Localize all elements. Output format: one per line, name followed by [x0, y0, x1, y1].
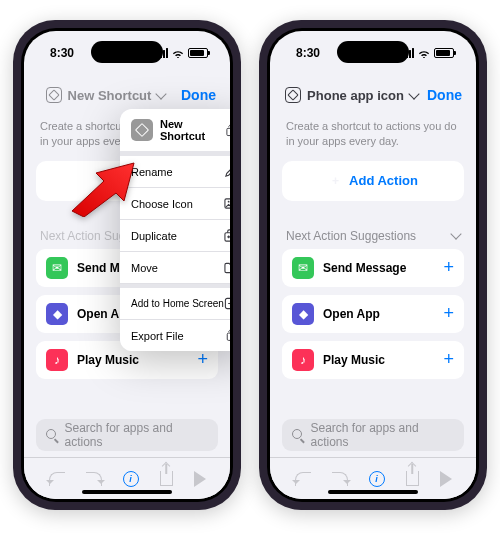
shortcuts-icon: ◆ [46, 303, 68, 325]
messages-icon: ✉ [46, 257, 68, 279]
photo-icon [224, 197, 230, 210]
svg-rect-0 [227, 128, 230, 135]
done-button[interactable]: Done [181, 87, 216, 103]
nav-title-button[interactable]: New Shortcut [38, 87, 173, 103]
menu-duplicate[interactable]: Duplicate [120, 220, 230, 252]
plus-icon [328, 173, 343, 188]
svg-rect-5 [227, 333, 230, 340]
dynamic-island [91, 41, 163, 63]
pencil-icon [224, 165, 230, 178]
messages-icon: ✉ [292, 257, 314, 279]
play-button[interactable] [194, 471, 206, 487]
redo-button[interactable] [86, 472, 102, 486]
suggestions-header[interactable]: Next Action Suggestions [282, 229, 464, 249]
undo-button[interactable] [49, 472, 65, 486]
iphone-left: 8:30 New Shortcut Done Create a shortcut… [13, 20, 241, 510]
svg-point-2 [228, 201, 230, 203]
duplicate-icon [224, 229, 230, 242]
add-icon[interactable]: + [197, 349, 208, 370]
shortcut-icon [131, 119, 153, 141]
share-button[interactable] [406, 471, 419, 486]
nav-bar: Phone app icon Done [270, 75, 476, 115]
folder-icon [224, 261, 230, 274]
home-indicator[interactable] [328, 490, 418, 494]
export-icon [224, 329, 230, 342]
add-action-button[interactable]: Add Action [282, 161, 464, 201]
menu-export[interactable]: Export File [120, 320, 230, 351]
search-icon [46, 429, 58, 442]
search-field[interactable]: Search for apps and actions [36, 419, 218, 451]
add-home-icon [224, 297, 230, 310]
shortcut-icon [285, 87, 301, 103]
shortcut-icon [46, 87, 62, 103]
chevron-down-icon [450, 229, 461, 240]
search-icon [292, 429, 304, 442]
context-menu: New Shortcut Rename Choose Icon Duplicat… [120, 109, 230, 351]
menu-rename[interactable]: Rename [120, 156, 230, 188]
info-button[interactable]: i [369, 471, 385, 487]
iphone-right: 8:30 Phone app icon Done Create a shortc… [259, 20, 487, 510]
menu-move[interactable]: Move [120, 252, 230, 284]
suggestion-row[interactable]: ✉Send Message+ [282, 249, 464, 287]
search-field[interactable]: Search for apps and actions [282, 419, 464, 451]
info-button[interactable]: i [123, 471, 139, 487]
status-time: 8:30 [296, 46, 320, 60]
shortcuts-icon: ◆ [292, 303, 314, 325]
add-icon[interactable]: + [443, 257, 454, 278]
share-icon[interactable] [224, 124, 230, 137]
home-indicator[interactable] [82, 490, 172, 494]
undo-button[interactable] [295, 472, 311, 486]
share-button[interactable] [160, 471, 173, 486]
add-icon[interactable]: + [443, 349, 454, 370]
status-time: 8:30 [50, 46, 74, 60]
done-button[interactable]: Done [427, 87, 462, 103]
menu-header: New Shortcut [120, 109, 230, 156]
battery-icon [188, 48, 208, 58]
menu-choose-icon[interactable]: Choose Icon [120, 188, 230, 220]
wifi-icon [418, 49, 430, 58]
suggestion-row[interactable]: ◆Open App+ [282, 295, 464, 333]
hint-text: Create a shortcut to actions you do in y… [270, 115, 476, 161]
chevron-down-icon [408, 88, 419, 99]
annotation-arrow [66, 161, 136, 217]
add-icon[interactable]: + [443, 303, 454, 324]
menu-add-home[interactable]: Add to Home Screen [120, 284, 230, 320]
wifi-icon [172, 49, 184, 58]
chevron-down-icon [156, 88, 167, 99]
music-icon: ♪ [46, 349, 68, 371]
suggestion-row[interactable]: ♪Play Music+ [282, 341, 464, 379]
dynamic-island [337, 41, 409, 63]
nav-title-button[interactable]: Phone app icon [284, 87, 419, 103]
music-icon: ♪ [292, 349, 314, 371]
redo-button[interactable] [332, 472, 348, 486]
battery-icon [434, 48, 454, 58]
play-button[interactable] [440, 471, 452, 487]
